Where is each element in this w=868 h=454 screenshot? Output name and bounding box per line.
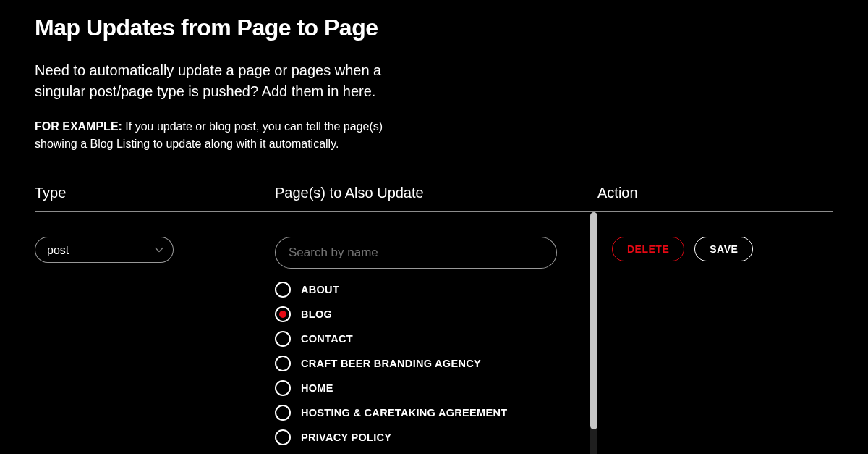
page-item[interactable]: HOME (275, 380, 573, 396)
column-header-type: Type (35, 185, 275, 211)
type-select[interactable]: post (35, 237, 174, 263)
page-title: Map Updates from Page to Page (35, 14, 833, 41)
page-item-label: BLOG (301, 308, 332, 320)
radio-icon (275, 405, 291, 421)
scrollbar-thumb[interactable] (590, 212, 597, 429)
radio-icon (275, 331, 291, 347)
page-list: ABOUTBLOGCONTACTCRAFT BEER BRANDING AGEN… (275, 282, 573, 454)
page-item-label: ABOUT (301, 284, 339, 295)
radio-icon (275, 356, 291, 371)
radio-icon (275, 380, 291, 396)
page-item[interactable]: ABOUT (275, 282, 573, 298)
page-item[interactable]: HOSTING & CARETAKING AGREEMENT (275, 405, 573, 421)
page-item-label: PRIVACY POLICY (301, 432, 391, 443)
radio-icon (275, 282, 291, 298)
search-input[interactable] (275, 237, 557, 269)
pages-cell: ABOUTBLOGCONTACTCRAFT BEER BRANDING AGEN… (275, 212, 597, 454)
delete-button[interactable]: DELETE (612, 237, 684, 261)
page-item-label: HOME (301, 382, 333, 394)
example-prefix: FOR EXAMPLE: (35, 120, 122, 133)
page-item-label: HOSTING & CARETAKING AGREEMENT (301, 407, 507, 419)
column-header-pages: Page(s) to Also Update (275, 185, 597, 211)
page-item-label: CONTACT (301, 333, 353, 345)
page-item[interactable]: CRAFT BEER BRANDING AGENCY (275, 356, 573, 371)
page-item[interactable]: BLOG (275, 306, 573, 322)
scrollbar-track[interactable] (590, 212, 597, 454)
save-button[interactable]: SAVE (694, 237, 753, 261)
column-header-action: Action (597, 185, 833, 211)
page-item[interactable]: PRIVACY POLICY (275, 429, 573, 445)
intro-text: Need to automatically update a page or p… (35, 60, 411, 102)
radio-dot-icon (279, 311, 286, 318)
action-cell: DELETE SAVE (597, 212, 833, 454)
radio-icon (275, 429, 291, 445)
radio-icon (275, 306, 291, 322)
example-text: FOR EXAMPLE: If you update or blog post,… (35, 118, 411, 153)
type-cell: post (35, 212, 275, 454)
page-item[interactable]: CONTACT (275, 331, 573, 347)
page-item-label: CRAFT BEER BRANDING AGENCY (301, 358, 481, 369)
